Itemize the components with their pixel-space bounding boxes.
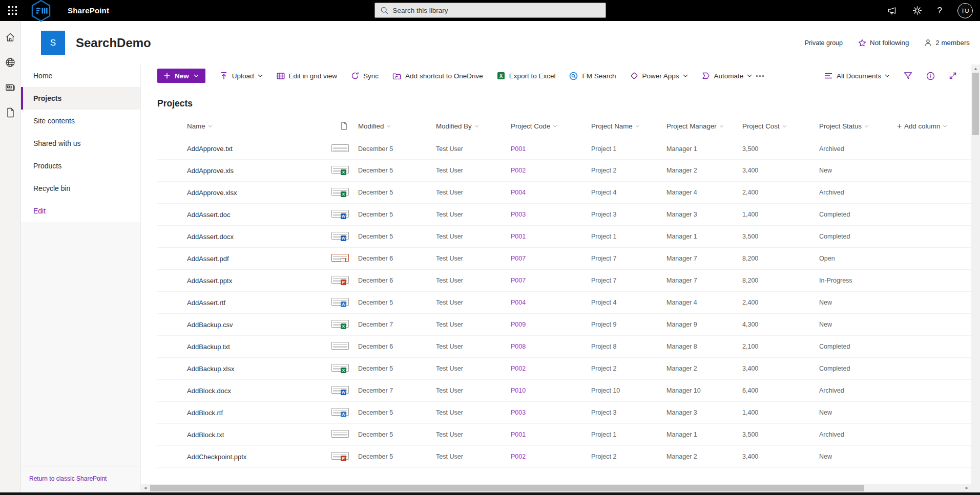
- table-row[interactable]: AddCheckpoint.pptxPDecember 5Test UserP0…: [157, 446, 971, 468]
- file-name-link[interactable]: AddBlock.txt: [187, 431, 341, 439]
- org-logo-hexagon[interactable]: [31, 0, 51, 22]
- horizontal-scrollbar[interactable]: ◄ ►: [141, 484, 971, 492]
- project-code-link[interactable]: P004: [511, 299, 591, 306]
- horizontal-scrollbar-thumb[interactable]: [150, 485, 864, 491]
- project-code-link[interactable]: P001: [511, 431, 591, 438]
- project-code-link[interactable]: P001: [511, 145, 591, 153]
- column-header-name[interactable]: Name: [187, 122, 341, 130]
- project-code-link[interactable]: P001: [511, 233, 591, 240]
- suite-app-title[interactable]: SharePoint: [68, 6, 109, 15]
- search-input[interactable]: [393, 7, 600, 14]
- sidebar-item-shared-with-us[interactable]: Shared with us: [21, 132, 140, 155]
- table-row[interactable]: AddApprove.txtDecember 5Test UserP001Pro…: [157, 138, 971, 160]
- settings-button[interactable]: [912, 6, 922, 15]
- table-row[interactable]: AddApprove.xlsXDecember 5Test UserP002Pr…: [157, 160, 971, 182]
- file-name-link[interactable]: AddBlock.docx: [187, 387, 341, 395]
- sidebar-item-products[interactable]: Products: [21, 155, 140, 177]
- file-name-link[interactable]: AddAssert.docx: [187, 233, 341, 241]
- file-name-link[interactable]: AddBackup.txt: [187, 343, 341, 351]
- project-code-link[interactable]: P003: [511, 211, 591, 218]
- vertical-scrollbar-thumb[interactable]: [972, 73, 979, 135]
- column-header-modified[interactable]: Modified: [358, 122, 436, 130]
- table-row[interactable]: AddAssert.pptxPDecember 6Test UserP007Pr…: [157, 270, 971, 292]
- automate-button[interactable]: Automate: [702, 72, 753, 80]
- table-row[interactable]: AddBackup.txtDecember 6Test UserP008Proj…: [157, 336, 971, 358]
- sidebar-item-recycle-bin[interactable]: Recycle bin: [21, 177, 140, 200]
- table-row[interactable]: AddAssert.pdfDecember 6Test UserP007Proj…: [157, 248, 971, 270]
- export-to-excel-button[interactable]: XExport to Excel: [497, 72, 556, 80]
- project-code-link[interactable]: P002: [511, 167, 591, 174]
- sidebar-item-edit[interactable]: Edit: [21, 200, 140, 222]
- new-button[interactable]: New: [157, 69, 205, 83]
- file-name-link[interactable]: AddBackup.xlsx: [187, 365, 341, 373]
- file-name-link[interactable]: AddAssert.doc: [187, 211, 341, 219]
- project-code-link[interactable]: P003: [511, 409, 591, 416]
- scroll-up-arrow[interactable]: ▲: [973, 66, 978, 71]
- power-apps-button[interactable]: Power Apps: [630, 72, 688, 80]
- column-header-file-type[interactable]: [341, 122, 358, 130]
- site-logo[interactable]: S: [41, 31, 65, 55]
- scroll-left-arrow[interactable]: ◄: [143, 486, 148, 490]
- sync-button[interactable]: Sync: [351, 72, 379, 80]
- help-button[interactable]: ?: [937, 6, 942, 16]
- file-name-link[interactable]: AddApprove.txt: [187, 145, 341, 153]
- search-box[interactable]: [374, 3, 606, 18]
- project-code-link[interactable]: P009: [511, 321, 591, 328]
- sidebar-item-projects[interactable]: Projects: [21, 87, 140, 110]
- table-row[interactable]: AddApprove.xlsxXDecember 5Test UserP004P…: [157, 182, 971, 204]
- rail-globe-button[interactable]: [5, 57, 15, 68]
- table-row[interactable]: AddBlock.txtDecember 5Test UserP001Proje…: [157, 424, 971, 446]
- sidebar-item-site-contents[interactable]: Site contents: [21, 110, 140, 132]
- table-row[interactable]: AddBlock.rtfADecember 5Test UserP003Proj…: [157, 402, 971, 424]
- file-name-link[interactable]: AddBlock.rtf: [187, 409, 341, 417]
- project-code-link[interactable]: P007: [511, 277, 591, 284]
- file-name-link[interactable]: AddApprove.xlsx: [187, 189, 341, 197]
- return-to-classic-link[interactable]: Return to classic SharePoint: [21, 466, 140, 492]
- project-code-link[interactable]: P010: [511, 387, 591, 394]
- site-title[interactable]: SearchDemo: [76, 36, 151, 50]
- announcements-button[interactable]: [887, 6, 897, 15]
- table-row[interactable]: AddBackup.xlsxXDecember 5Test UserP002Pr…: [157, 358, 971, 380]
- column-header-project-name[interactable]: Project Name: [591, 122, 666, 130]
- details-pane-button[interactable]: [926, 72, 935, 80]
- rail-document-button[interactable]: [6, 107, 15, 118]
- file-name-link[interactable]: AddBackup.csv: [187, 321, 341, 329]
- account-avatar[interactable]: TU: [957, 3, 973, 18]
- table-row[interactable]: AddBackup.csvXDecember 7Test UserP009Pro…: [157, 314, 971, 336]
- project-code-link[interactable]: P007: [511, 255, 591, 262]
- rail-news-button[interactable]: [5, 83, 15, 92]
- view-selector[interactable]: All Documents: [824, 72, 890, 80]
- file-name-link[interactable]: AddAssert.pdf: [187, 255, 341, 263]
- members-button[interactable]: 2 members: [924, 39, 970, 47]
- more-commands-button[interactable]: [753, 73, 767, 79]
- column-header-modified-by[interactable]: Modified By: [436, 122, 511, 130]
- column-header-project-manager[interactable]: Project Manager: [666, 122, 742, 130]
- add-shortcut-to-onedrive-button[interactable]: Add shortcut to OneDrive: [392, 72, 483, 80]
- column-header-project-status[interactable]: Project Status: [819, 122, 897, 130]
- filter-button[interactable]: [904, 72, 912, 80]
- project-code-link[interactable]: P002: [511, 453, 591, 460]
- upload-button[interactable]: Upload: [220, 72, 263, 80]
- project-code-link[interactable]: P002: [511, 365, 591, 372]
- vertical-scrollbar[interactable]: ▲: [971, 64, 980, 492]
- project-code-link[interactable]: P004: [511, 189, 591, 196]
- project-code-link[interactable]: P008: [511, 343, 591, 350]
- column-header-project-cost[interactable]: Project Cost: [742, 122, 819, 130]
- fm-search-button[interactable]: FM Search: [569, 72, 616, 80]
- table-row[interactable]: AddAssert.docWDecember 5Test UserP003Pro…: [157, 204, 971, 226]
- column-header-project-code[interactable]: Project Code: [511, 122, 591, 130]
- app-launcher-button[interactable]: [0, 0, 25, 21]
- edit-in-grid-view-button[interactable]: Edit in grid view: [277, 72, 338, 80]
- scroll-right-arrow[interactable]: ►: [965, 486, 969, 490]
- sidebar-item-home[interactable]: Home: [21, 64, 140, 87]
- table-row[interactable]: AddAssert.docxWDecember 5Test UserP001Pr…: [157, 226, 971, 248]
- file-name-link[interactable]: AddCheckpoint.pptx: [187, 453, 341, 461]
- table-row[interactable]: AddAssert.rtfADecember 5Test UserP004Pro…: [157, 292, 971, 314]
- follow-button[interactable]: Not following: [858, 39, 909, 47]
- table-row[interactable]: AddBlock.docxWDecember 7Test UserP010Pro…: [157, 380, 971, 402]
- fullscreen-button[interactable]: [949, 72, 957, 80]
- file-name-link[interactable]: AddAssert.rtf: [187, 299, 341, 307]
- add-column-button[interactable]: Add column: [897, 122, 971, 130]
- file-name-link[interactable]: AddAssert.pptx: [187, 277, 341, 285]
- rail-home-button[interactable]: [5, 32, 15, 42]
